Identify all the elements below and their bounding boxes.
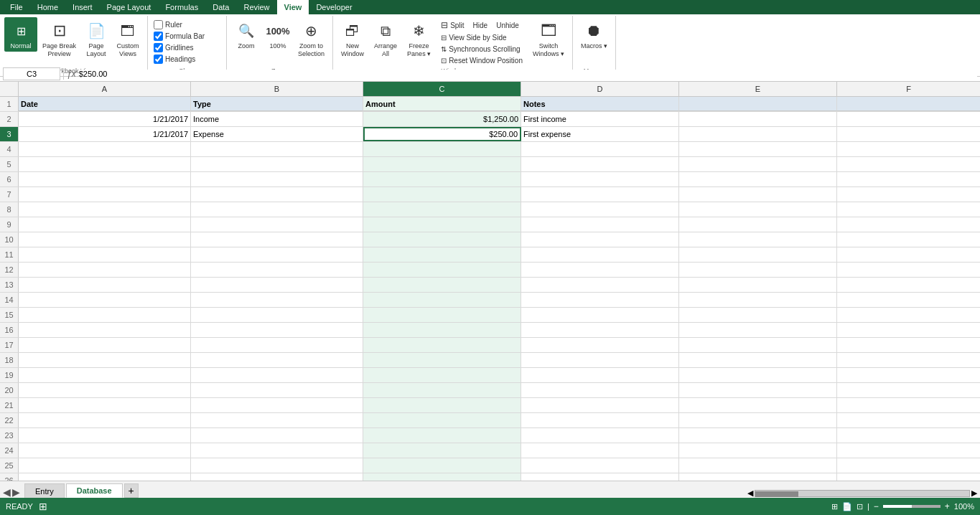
cell-c1[interactable]: Amount bbox=[363, 97, 521, 111]
col-header-d[interactable]: D bbox=[521, 82, 679, 96]
scroll-tabs-left[interactable]: ◀ bbox=[3, 486, 11, 498]
macros-buttons: ⏺ Macros ▾ bbox=[577, 17, 611, 66]
zoom-in-button[interactable]: + bbox=[945, 501, 950, 511]
ruler-input[interactable] bbox=[154, 20, 163, 29]
tab-file[interactable]: File bbox=[3, 0, 30, 14]
freeze-panes-button[interactable]: ❄ FreezePanes ▾ bbox=[403, 17, 434, 60]
cell-c3[interactable]: $250.00 bbox=[363, 127, 521, 141]
page-break-preview-button[interactable]: ⊡ Page BreakPreview bbox=[39, 17, 80, 60]
zoom-button[interactable]: 🔍 Zoom bbox=[231, 17, 261, 52]
scroll-tabs-right[interactable]: ▶ bbox=[12, 486, 20, 498]
row-num: 20 bbox=[0, 383, 19, 397]
ruler-checkbox[interactable]: Ruler bbox=[152, 19, 184, 30]
scroll-left-btn[interactable]: ◀ bbox=[747, 488, 753, 498]
cell-d4[interactable] bbox=[521, 142, 679, 156]
col-header-f[interactable]: F bbox=[837, 82, 980, 96]
col-header-e[interactable]: E bbox=[679, 82, 837, 96]
row-num-3[interactable]: 3 bbox=[0, 127, 19, 141]
view-layout-icon[interactable]: 📄 bbox=[842, 502, 852, 511]
tab-formulas[interactable]: Formulas bbox=[158, 0, 205, 14]
formula-bar-input[interactable] bbox=[154, 32, 163, 41]
formula-bar-checkbox[interactable]: Formula Bar bbox=[152, 31, 206, 42]
col-header-b[interactable]: B bbox=[191, 82, 363, 96]
zoom-out-button[interactable]: − bbox=[874, 501, 879, 511]
tab-developer[interactable]: Developer bbox=[309, 0, 359, 14]
cell-e1[interactable] bbox=[679, 97, 837, 111]
cell-b2[interactable]: Income bbox=[191, 112, 363, 126]
col-header-c[interactable]: C bbox=[363, 82, 521, 96]
row-num-2[interactable]: 2 bbox=[0, 112, 19, 126]
cell-c2[interactable]: $1,250.00 bbox=[363, 112, 521, 126]
cell-b1[interactable]: Type bbox=[191, 97, 363, 111]
arrange-all-button[interactable]: ⧉ ArrangeAll bbox=[370, 17, 401, 60]
new-window-button[interactable]: 🗗 NewWindow bbox=[337, 17, 368, 60]
cell-a4[interactable] bbox=[19, 142, 191, 156]
custom-views-button[interactable]: 🗔 CustomViews bbox=[113, 17, 143, 60]
zoom-slider[interactable] bbox=[883, 505, 941, 508]
row-num: 21 bbox=[0, 398, 19, 412]
custom-views-icon: 🗔 bbox=[116, 19, 139, 42]
ribbon-group-show: Ruler Formula Bar Gridlines Headings Sho… bbox=[148, 16, 227, 75]
page-layout-button[interactable]: 📄 PageLayout bbox=[81, 17, 111, 60]
horizontal-scrollbar[interactable]: ◀ ▶ bbox=[747, 488, 977, 498]
cell-f1[interactable] bbox=[837, 97, 980, 111]
split-button[interactable]: ⊟ Split bbox=[437, 19, 467, 32]
row-num-1[interactable]: 1 bbox=[0, 97, 19, 111]
name-box[interactable] bbox=[3, 67, 60, 80]
page-break-icon: ⊡ bbox=[48, 19, 71, 42]
cell-e2[interactable] bbox=[679, 112, 837, 126]
sheet-tab-database[interactable]: Database bbox=[66, 483, 123, 498]
view-break-icon[interactable]: ⊡ bbox=[857, 502, 863, 511]
add-sheet-button[interactable]: + bbox=[124, 483, 139, 498]
table-row: 21 bbox=[0, 398, 980, 413]
switch-windows-button[interactable]: 🗔 SwitchWindows ▾ bbox=[529, 17, 568, 60]
status-bar: READY ⊞ ⊞ 📄 ⊡ | − + 100% bbox=[0, 498, 980, 515]
table-row: 17 bbox=[0, 338, 980, 353]
macros-label: Macros ▾ bbox=[581, 42, 607, 49]
row-num: 15 bbox=[0, 308, 19, 322]
reset-position-button[interactable]: ⊡ Reset Window Position bbox=[437, 55, 526, 66]
cell-d1[interactable]: Notes bbox=[521, 97, 679, 111]
page-break-label: Page BreakPreview bbox=[42, 42, 76, 58]
cell-b4[interactable] bbox=[191, 142, 363, 156]
view-normal-icon[interactable]: ⊞ bbox=[831, 502, 838, 511]
scrollbar-track[interactable] bbox=[755, 490, 970, 497]
scroll-right-btn[interactable]: ▶ bbox=[971, 488, 977, 498]
tab-view[interactable]: View bbox=[277, 0, 309, 14]
formula-input[interactable] bbox=[79, 70, 977, 78]
cell-f3[interactable] bbox=[837, 127, 980, 141]
cell-c4[interactable] bbox=[363, 142, 521, 156]
sync-scroll-button[interactable]: ⇅ Synchronous Scrolling bbox=[437, 44, 524, 55]
tab-insert[interactable]: Insert bbox=[65, 0, 100, 14]
macros-button[interactable]: ⏺ Macros ▾ bbox=[577, 17, 611, 52]
view-side-by-side-button[interactable]: ⊟ View Side by Side bbox=[437, 32, 510, 43]
cell-e3[interactable] bbox=[679, 127, 837, 141]
tab-data[interactable]: Data bbox=[205, 0, 236, 14]
cell-b3[interactable]: Expense bbox=[191, 127, 363, 141]
sheet-tab-entry[interactable]: Entry bbox=[24, 483, 65, 498]
status-text: READY bbox=[6, 502, 33, 511]
col-header-a[interactable]: A bbox=[19, 82, 191, 96]
cell-a2[interactable]: 1/21/2017 bbox=[19, 112, 191, 126]
tab-review[interactable]: Review bbox=[236, 0, 276, 14]
zoom-100-button[interactable]: 100% 100% bbox=[263, 17, 293, 52]
gridlines-checkbox[interactable]: Gridlines bbox=[152, 42, 195, 53]
normal-button[interactable]: ⊞ Normal bbox=[4, 17, 37, 52]
cell-d2[interactable]: First income bbox=[521, 112, 679, 126]
hide-button[interactable]: Hide bbox=[470, 20, 492, 31]
tab-page-layout[interactable]: Page Layout bbox=[100, 0, 159, 14]
headings-input[interactable] bbox=[154, 55, 163, 64]
gridlines-input[interactable] bbox=[154, 43, 163, 52]
cell-a3[interactable]: 1/21/2017 bbox=[19, 127, 191, 141]
row-num: 9 bbox=[0, 217, 19, 232]
cell-e4[interactable] bbox=[679, 142, 837, 156]
scrollbar-thumb[interactable] bbox=[755, 491, 798, 497]
cell-d3[interactable]: First expense bbox=[521, 127, 679, 141]
tab-home[interactable]: Home bbox=[30, 0, 65, 14]
zoom-selection-button[interactable]: ⊕ Zoom toSelection bbox=[294, 17, 328, 60]
cell-f4[interactable] bbox=[837, 142, 980, 156]
headings-checkbox[interactable]: Headings bbox=[152, 54, 197, 65]
unhide-button[interactable]: Unhide bbox=[493, 20, 523, 31]
cell-f2[interactable] bbox=[837, 112, 980, 126]
cell-a1[interactable]: Date bbox=[19, 97, 191, 111]
